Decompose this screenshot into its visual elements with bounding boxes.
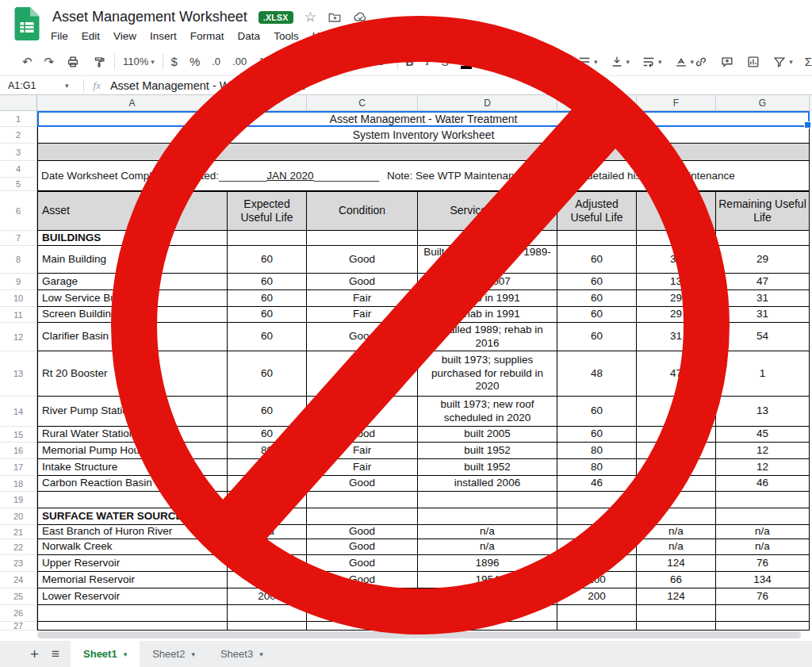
strikethrough-icon[interactable]: S [442,56,449,67]
menu-tools[interactable]: Tools [274,30,299,42]
cell-F22[interactable]: n/a [637,539,716,555]
paint-format-icon[interactable] [92,55,106,69]
cell-B17[interactable]: 80 [228,459,307,476]
tab-sheet2[interactable]: Sheet2▾ [140,641,208,667]
cell-B8[interactable]: 60 [228,246,307,274]
menu-format[interactable]: Format [190,30,224,42]
cell-G14[interactable]: 13 [716,397,810,427]
cell-D21[interactable]: n/a [418,525,557,539]
cell-F19[interactable] [637,492,716,508]
cell-A18[interactable]: Carbon Reaction Basin [37,476,228,492]
row-header-24[interactable]: 24 [0,572,37,588]
row-header-17[interactable]: 17 [0,459,37,476]
cell-D22[interactable]: n/a [418,539,557,555]
cell-G24[interactable]: 134 [716,572,810,588]
all-sheets-icon[interactable]: ≡ [52,647,59,661]
fill-handle[interactable] [804,121,811,128]
cell-F15[interactable]: 15 [637,427,716,443]
cell-A8[interactable]: Main Building [37,246,228,274]
cell-F9[interactable]: 13 [637,274,716,290]
row-header-19[interactable]: 19 [0,492,37,508]
add-sheet-icon[interactable]: + [30,646,39,661]
row-header-11[interactable]: 11 [0,307,37,323]
merge-cells-icon[interactable]: ▾ [541,55,561,69]
cell-G25[interactable]: 76 [716,588,810,605]
row-header-22[interactable]: 22 [0,539,37,555]
menu-insert[interactable]: Insert [150,30,177,42]
cell-C27[interactable] [307,622,418,631]
text-color-icon[interactable]: A [461,55,472,69]
cell-D8[interactable]: Built 1960; Overhaul 1989-91 [418,246,557,274]
cell-C8[interactable]: Good [307,246,418,274]
cell-B9[interactable]: 60 [228,274,307,290]
cell-A9[interactable]: Garage [37,274,228,290]
cell-B25[interactable]: 200 [228,588,307,605]
insert-comment-icon[interactable] [720,55,734,69]
cell-A26[interactable] [37,605,228,622]
row-header-27[interactable]: 27 [0,622,37,631]
cell-A27[interactable] [37,622,228,631]
cell-B10[interactable]: 60 [228,290,307,307]
cell-F6[interactable]: Age [637,191,716,231]
cell-D7[interactable] [418,231,557,246]
text-wrap-icon[interactable]: ▾ [642,55,662,69]
cell-B11[interactable]: 60 [228,307,307,323]
cell-A10[interactable]: Low Service Building [37,290,228,307]
cell-G21[interactable]: n/a [716,525,810,539]
row-header-9[interactable]: 9 [0,274,37,290]
cell-D11[interactable]: rehab in 1991 [418,307,557,323]
undo-icon[interactable]: ↶ [22,56,33,67]
cell-F12[interactable]: 31 [637,323,716,351]
cell-B7[interactable] [228,231,307,246]
row-header-2[interactable]: 2 [0,127,37,144]
cell-F13[interactable]: 47 [637,351,716,397]
row-header-3[interactable]: 3 [0,144,37,161]
row-header-1[interactable]: 1 [0,111,37,127]
row-header-12[interactable]: 12 [0,323,37,351]
cell-E20[interactable] [557,508,637,525]
cell-C11[interactable]: Fair [307,307,418,323]
cell-E25[interactable]: 200 [557,588,637,605]
column-header-G[interactable]: G [716,95,810,111]
fill-color-icon[interactable] [488,55,503,69]
cell-C17[interactable]: Fair [307,459,418,476]
cell-F11[interactable]: 29 [637,307,716,323]
name-box[interactable]: A1:G1 [0,80,65,91]
number-format-icon[interactable]: 123 [259,56,276,67]
cell-C21[interactable]: Good [307,525,418,539]
tab-sheet3[interactable]: Sheet3▾ [208,641,276,667]
cell-D23[interactable]: 1896 [418,555,557,572]
cell-C13[interactable]: Fair [307,351,418,397]
text-rotation-icon[interactable]: ▾ [674,55,695,69]
cell-A17[interactable]: Intake Structure [37,459,228,476]
cell-E8[interactable]: 60 [557,246,637,274]
menu-data[interactable]: Data [238,30,261,42]
filter-icon[interactable]: ▾ [772,55,793,69]
decrease-decimal-icon[interactable]: .0 [212,56,220,67]
move-folder-icon[interactable] [327,10,342,25]
cell-E6[interactable]: Adjusted Useful Life [557,191,637,231]
cell-C6[interactable]: Condition [307,191,418,231]
cell-E18[interactable]: 46 [557,476,637,492]
cell-F10[interactable]: 29 [637,290,716,307]
cell-A20[interactable]: SURFACE WATER SOURCES [37,508,228,525]
cell-B27[interactable] [228,622,307,631]
cell-G12[interactable]: 54 [716,323,810,351]
insert-link-icon[interactable] [694,55,708,69]
insert-chart-icon[interactable] [746,55,760,69]
italic-icon[interactable]: I [426,56,430,67]
cell-C23[interactable]: Good [307,555,418,572]
menu-edit[interactable]: Edit [82,30,100,42]
cell-C15[interactable]: Good [307,427,418,443]
cell-B18[interactable]: 46 [228,476,307,492]
cell-G23[interactable]: 76 [716,555,810,572]
menu-view[interactable]: View [113,30,136,42]
name-box-caret-icon[interactable]: ▾ [65,82,69,90]
cell-F18[interactable]: 14 [637,476,716,492]
borders-icon[interactable] [515,55,529,69]
cell-B20[interactable] [228,508,307,525]
cell-G10[interactable]: 31 [716,290,810,307]
cell-A16[interactable]: Memorial Pump House [37,443,228,459]
cell-D16[interactable]: built 1952 [418,443,557,459]
cell-F17[interactable]: 68 [637,459,716,476]
